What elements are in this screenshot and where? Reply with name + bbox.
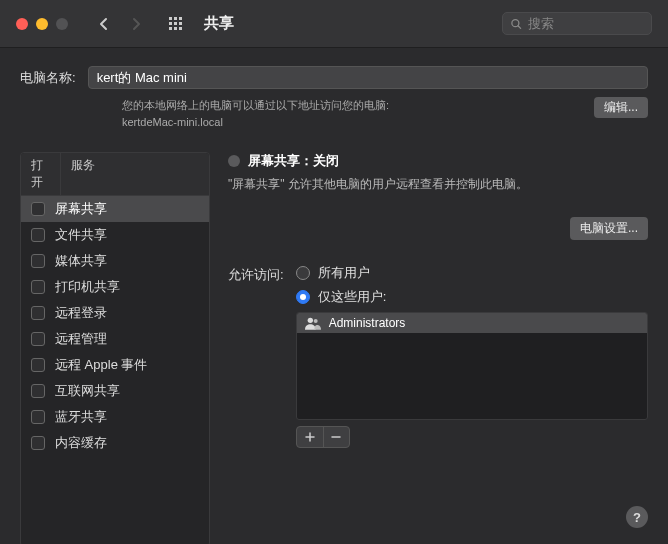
window-controls: [16, 18, 68, 30]
service-row-remote-login[interactable]: 远程登录: [21, 300, 209, 326]
radio-label: 所有用户: [318, 264, 370, 282]
services-list: 屏幕共享 文件共享 媒体共享 打印机共享 远程登录 远程管理 远程 Apple …: [21, 196, 209, 456]
svg-rect-6: [169, 27, 172, 30]
radio-label: 仅这些用户:: [318, 288, 387, 306]
hostname-line2: kertdeMac-mini.local: [122, 116, 223, 128]
users-group-icon: [305, 316, 321, 330]
computer-name-label: 电脑名称:: [20, 69, 76, 87]
plus-icon: [305, 432, 315, 442]
hostname-text: 您的本地网络上的电脑可以通过以下地址访问您的电脑: kertdeMac-mini…: [122, 97, 582, 130]
services-table: 打开 服务 屏幕共享 文件共享 媒体共享 打印机共享 远程登录 远程管理 远程 …: [20, 152, 210, 544]
detail-pane: 屏幕共享：关闭 "屏幕共享" 允许其他电脑的用户远程查看并控制此电脑。 电脑设置…: [228, 152, 648, 448]
computer-settings-row: 电脑设置...: [228, 217, 648, 240]
service-row-content-caching[interactable]: 内容缓存: [21, 430, 209, 456]
forward-button[interactable]: [124, 12, 148, 36]
minus-icon: [331, 432, 341, 442]
checkbox[interactable]: [31, 306, 45, 320]
service-label: 互联网共享: [55, 382, 120, 400]
zoom-window-button[interactable]: [56, 18, 68, 30]
column-on[interactable]: 打开: [21, 153, 61, 195]
service-label: 内容缓存: [55, 434, 107, 452]
hostname-row: 您的本地网络上的电脑可以通过以下地址访问您的电脑: kertdeMac-mini…: [20, 97, 648, 130]
chevron-right-icon: [131, 17, 141, 31]
service-row-printer-sharing[interactable]: 打印机共享: [21, 274, 209, 300]
radio-all-users[interactable]: [296, 266, 310, 280]
allow-access-section: 允许访问: 所有用户 仅这些用户:: [228, 264, 648, 448]
hostname-line1: 您的本地网络上的电脑可以通过以下地址访问您的电脑:: [122, 99, 389, 111]
checkbox[interactable]: [31, 254, 45, 268]
service-row-internet-sharing[interactable]: 互联网共享: [21, 378, 209, 404]
services-header: 打开 服务: [21, 153, 209, 196]
window-title: 共享: [204, 14, 234, 33]
column-service[interactable]: 服务: [61, 153, 105, 195]
checkbox[interactable]: [31, 332, 45, 346]
svg-rect-5: [179, 22, 182, 25]
search-icon: [511, 18, 522, 30]
svg-rect-3: [169, 22, 172, 25]
service-label: 文件共享: [55, 226, 107, 244]
minimize-window-button[interactable]: [36, 18, 48, 30]
service-row-media-sharing[interactable]: 媒体共享: [21, 248, 209, 274]
remove-user-button[interactable]: [323, 427, 349, 447]
svg-rect-7: [174, 27, 177, 30]
titlebar: 共享: [0, 0, 668, 48]
service-row-remote-apple-events[interactable]: 远程 Apple 事件: [21, 352, 209, 378]
service-row-bluetooth-sharing[interactable]: 蓝牙共享: [21, 404, 209, 430]
user-row[interactable]: Administrators: [297, 313, 647, 333]
main-area: 打开 服务 屏幕共享 文件共享 媒体共享 打印机共享 远程登录 远程管理 远程 …: [20, 152, 648, 544]
service-label: 蓝牙共享: [55, 408, 107, 426]
checkbox[interactable]: [31, 280, 45, 294]
service-label: 远程管理: [55, 330, 107, 348]
show-all-button[interactable]: [164, 12, 188, 36]
service-row-file-sharing[interactable]: 文件共享: [21, 222, 209, 248]
checkbox[interactable]: [31, 410, 45, 424]
svg-rect-1: [174, 17, 177, 20]
computer-name-input[interactable]: [88, 66, 648, 89]
checkbox[interactable]: [31, 436, 45, 450]
status-row: 屏幕共享：关闭: [228, 152, 648, 170]
edit-hostname-button[interactable]: 编辑...: [594, 97, 648, 118]
service-label: 远程登录: [55, 304, 107, 322]
users-list[interactable]: Administrators: [296, 312, 648, 420]
user-list-buttons: [296, 426, 350, 448]
svg-line-10: [518, 25, 521, 28]
grid-icon: [168, 16, 184, 32]
checkbox[interactable]: [31, 202, 45, 216]
checkbox[interactable]: [31, 358, 45, 372]
content: 电脑名称: 您的本地网络上的电脑可以通过以下地址访问您的电脑: kertdeMa…: [0, 48, 668, 544]
service-label: 打印机共享: [55, 278, 120, 296]
svg-point-11: [307, 318, 312, 323]
computer-settings-button[interactable]: 电脑设置...: [570, 217, 648, 240]
service-row-remote-management[interactable]: 远程管理: [21, 326, 209, 352]
radio-only-users-row[interactable]: 仅这些用户:: [296, 288, 648, 306]
radio-all-users-row[interactable]: 所有用户: [296, 264, 648, 282]
svg-rect-4: [174, 22, 177, 25]
close-window-button[interactable]: [16, 18, 28, 30]
search-box[interactable]: [502, 12, 652, 35]
service-description: "屏幕共享" 允许其他电脑的用户远程查看并控制此电脑。: [228, 176, 648, 193]
service-label: 远程 Apple 事件: [55, 356, 147, 374]
access-options: 所有用户 仅这些用户: Administrat: [296, 264, 648, 448]
radio-only-users[interactable]: [296, 290, 310, 304]
status-indicator-off: [228, 155, 240, 167]
add-user-button[interactable]: [297, 427, 323, 447]
svg-rect-2: [179, 17, 182, 20]
service-row-screen-sharing[interactable]: 屏幕共享: [21, 196, 209, 222]
checkbox[interactable]: [31, 384, 45, 398]
checkbox[interactable]: [31, 228, 45, 242]
back-button[interactable]: [92, 12, 116, 36]
svg-rect-8: [179, 27, 182, 30]
allow-access-label: 允许访问:: [228, 264, 284, 284]
svg-rect-0: [169, 17, 172, 20]
help-button[interactable]: ?: [626, 506, 648, 528]
search-input[interactable]: [528, 16, 644, 31]
chevron-left-icon: [99, 17, 109, 31]
status-title: 屏幕共享：关闭: [248, 152, 339, 170]
service-label: 屏幕共享: [55, 200, 107, 218]
service-label: 媒体共享: [55, 252, 107, 270]
svg-point-12: [313, 319, 317, 323]
user-name: Administrators: [329, 316, 406, 330]
computer-name-row: 电脑名称:: [20, 66, 648, 89]
